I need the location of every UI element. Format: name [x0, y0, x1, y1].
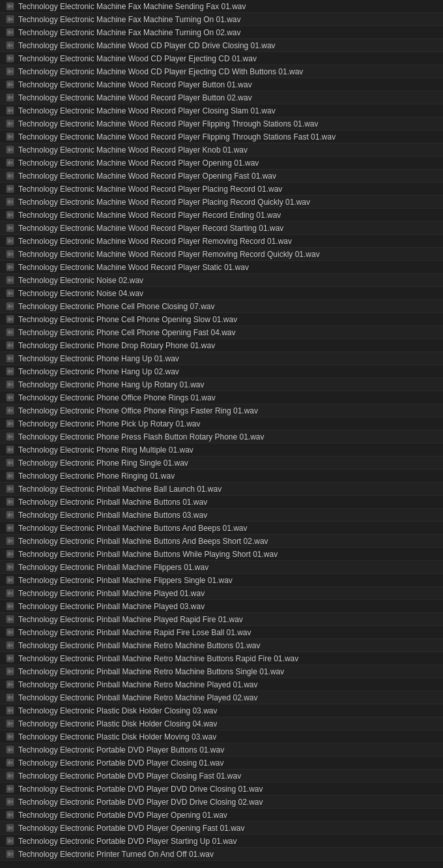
file-icon [5, 641, 14, 650]
list-item[interactable]: Technology Electronic Pinball Machine Bu… [0, 522, 443, 535]
list-item[interactable]: Technology Electronic Phone Office Phone… [0, 391, 443, 404]
list-item[interactable]: Technology Electronic Phone Ring Single … [0, 456, 443, 470]
list-item[interactable]: Technology Electronic Machine Wood Recor… [0, 183, 443, 196]
list-item[interactable]: Technology Electronic Machine Wood Recor… [0, 222, 443, 235]
svg-rect-59 [12, 148, 12, 151]
list-item[interactable]: Technology Electronic Phone Hang Up 01.w… [0, 352, 443, 365]
list-item[interactable]: Technology Electronic Plastic Disk Holde… [0, 730, 443, 743]
file-name: Technology Electronic Plastic Disk Holde… [18, 704, 217, 717]
file-icon [5, 145, 14, 155]
list-item[interactable]: Technology Electronic Plastic Disk Holde… [0, 704, 443, 717]
list-item[interactable]: Technology Electronic Machine Wood CD Pl… [0, 65, 443, 78]
list-item[interactable]: Technology Electronic Portable DVD Playe… [0, 822, 443, 835]
svg-rect-19 [12, 44, 12, 47]
svg-rect-262 [9, 682, 10, 687]
list-item[interactable]: Technology Electronic Machine Wood Recor… [0, 261, 443, 274]
list-item[interactable]: Technology Electronic Machine Fax Machin… [0, 0, 443, 13]
file-icon [5, 576, 14, 585]
list-item[interactable]: Technology Electronic Machine Wood Recor… [0, 157, 443, 170]
list-item[interactable]: Technology Electronic Printer Turned On … [0, 848, 443, 861]
list-item[interactable]: Technology Electronic Pinball Machine Ra… [0, 626, 443, 639]
list-item[interactable]: Technology Electronic Pinball Machine Bu… [0, 548, 443, 561]
list-item[interactable]: Technology Electronic Pinball Machine Pl… [0, 613, 443, 626]
list-item[interactable]: Technology Electronic Machine Wood Recor… [0, 117, 443, 130]
file-name: Technology Electronic Pinball Machine Re… [18, 652, 298, 665]
svg-rect-31 [8, 83, 8, 86]
list-item[interactable]: Technology Electronic Pinball Machine Fl… [0, 561, 443, 574]
list-item[interactable]: Technology Electronic Pinball Machine Re… [0, 639, 443, 652]
list-item[interactable]: Technology Electronic Portable DVD Playe… [0, 835, 443, 848]
list-item[interactable]: Technology Electronic Phone Press Flash … [0, 430, 443, 443]
list-item[interactable]: Technology Electronic Phone Hang Up 02.w… [0, 365, 443, 378]
list-item[interactable]: Technology Electronic Phone Pick Up Rota… [0, 417, 443, 430]
svg-rect-299 [12, 774, 12, 777]
file-name: Technology Electronic Machine Wood Recor… [18, 91, 252, 104]
svg-rect-127 [9, 330, 10, 335]
list-item[interactable]: Technology Electronic Machine Fax Machin… [0, 26, 443, 39]
list-item[interactable]: Technology Electronic Machine Wood Recor… [0, 248, 443, 261]
file-name: Technology Electronic Machine Wood Recor… [18, 117, 318, 130]
list-item[interactable]: Technology Electronic Machine Wood Recor… [0, 78, 443, 91]
list-item[interactable]: Technology Electronic Phone Cell Phone O… [0, 313, 443, 326]
list-item[interactable]: Technology Electronic Machine Wood Recor… [0, 209, 443, 222]
file-icon [5, 615, 14, 624]
list-item[interactable]: Technology Electronic Phone Drop Rotary … [0, 339, 443, 352]
list-item[interactable]: Technology Electronic Pinball Machine Pl… [0, 600, 443, 613]
svg-rect-224 [12, 578, 12, 582]
list-item[interactable]: Technology Electronic Phone Ring Multipl… [0, 443, 443, 456]
svg-rect-30 [7, 81, 14, 88]
list-item[interactable]: Technology Electronic Machine Wood CD Pl… [0, 39, 443, 52]
svg-rect-90 [7, 237, 14, 245]
list-item[interactable]: Technology Electronic Plastic Disk Holde… [0, 717, 443, 730]
file-icon [5, 758, 14, 768]
list-item[interactable]: Technology Electronic Machine Fax Machin… [0, 13, 443, 26]
svg-rect-225 [7, 590, 14, 597]
svg-rect-223 [10, 579, 11, 581]
list-item[interactable]: Technology Electronic Portable DVD Playe… [0, 796, 443, 809]
svg-rect-273 [10, 710, 11, 711]
list-item[interactable]: Technology Electronic Portable DVD Playe… [0, 783, 443, 796]
list-item[interactable]: Technology Electronic Phone Office Phone… [0, 404, 443, 417]
svg-rect-60 [7, 159, 14, 166]
list-item[interactable]: Technology Electronic Portable DVD Playe… [0, 770, 443, 783]
svg-rect-68 [10, 175, 11, 177]
list-item[interactable]: Technology Electronic Machine Wood Recor… [0, 170, 443, 183]
list-item[interactable]: Technology Electronic Pinball Machine Fl… [0, 574, 443, 587]
svg-rect-58 [10, 149, 11, 151]
svg-rect-53 [10, 136, 11, 138]
list-item[interactable]: Technology Electronic Machine Wood CD Pl… [0, 52, 443, 65]
list-item[interactable]: Technology Electronic Machine Wood Recor… [0, 91, 443, 104]
list-item[interactable]: Technology Electronic Machine Wood Recor… [0, 235, 443, 248]
list-item[interactable]: Technology Electronic Portable DVD Playe… [0, 756, 443, 770]
list-item[interactable]: Technology Electronic Pinball Machine Bu… [0, 509, 443, 522]
list-item[interactable]: Technology Electronic Pinball Machine Re… [0, 678, 443, 691]
svg-rect-294 [12, 761, 12, 764]
list-item[interactable]: Technology Electronic Pinball Machine Bu… [0, 496, 443, 509]
svg-rect-178 [10, 462, 11, 464]
list-item[interactable]: Technology Electronic Phone Cell Phone C… [0, 300, 443, 313]
list-item[interactable]: Technology Electronic Pinball Machine Pl… [0, 587, 443, 600]
svg-rect-215 [7, 563, 14, 571]
list-item[interactable]: Technology Electronic Pinball Machine Ba… [0, 483, 443, 496]
list-item[interactable]: Technology Electronic Portable DVD Playe… [0, 809, 443, 822]
list-item[interactable]: Technology Electronic Noise 02.wav [0, 274, 443, 287]
svg-rect-29 [12, 70, 12, 73]
list-item[interactable]: Technology Electronic Portable DVD Playe… [0, 743, 443, 756]
list-item[interactable]: Technology Electronic Pinball Machine Re… [0, 665, 443, 678]
list-item[interactable]: Technology Electronic Machine Wood Recor… [0, 143, 443, 157]
list-item[interactable]: Technology Electronic Machine Wood Recor… [0, 130, 443, 143]
list-item[interactable]: Technology Electronic Phone Hang Up Rota… [0, 378, 443, 391]
list-item[interactable]: Technology Electronic Pinball Machine Re… [0, 652, 443, 665]
file-name: Technology Electronic Pinball Machine Ba… [18, 483, 222, 496]
list-item[interactable]: Technology Electronic Phone Ringing 01.w… [0, 470, 443, 483]
list-item[interactable]: Technology Electronic Pinball Machine Bu… [0, 535, 443, 548]
file-name: Technology Electronic Noise 02.wav [18, 274, 143, 287]
list-item[interactable]: Technology Electronic Machine Wood Recor… [0, 104, 443, 117]
list-item[interactable]: Technology Electronic Noise 04.wav [0, 287, 443, 300]
svg-rect-183 [10, 475, 11, 477]
svg-rect-151 [8, 396, 8, 399]
list-item[interactable]: Technology Electronic Phone Cell Phone O… [0, 326, 443, 339]
list-item[interactable]: Technology Electronic Pinball Machine Re… [0, 691, 443, 704]
list-item[interactable]: Technology Electronic Machine Wood Recor… [0, 196, 443, 209]
file-icon [5, 28, 14, 37]
